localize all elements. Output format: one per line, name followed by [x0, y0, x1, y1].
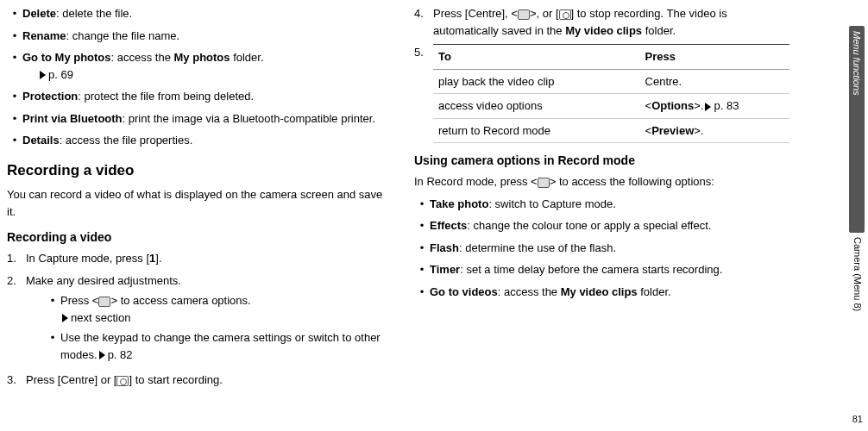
- pointer-icon: [40, 71, 46, 79]
- table-header-press: Press: [640, 45, 789, 70]
- paragraph: In Record mode, press <> to access the f…: [414, 173, 789, 191]
- actions-table: To Press play back the video clip Centre…: [433, 44, 789, 143]
- subheading-camera-options: Using camera options in Record mode: [414, 152, 789, 170]
- list-item: Go to videos: access the My video clips …: [414, 284, 789, 301]
- substeps-list: Press <> to access camera options.next s…: [26, 292, 388, 363]
- side-tab-bar: Menu functions: [849, 26, 865, 233]
- pointer-icon: [99, 351, 105, 359]
- list-item: Protection: protect the file from being …: [7, 88, 388, 105]
- left-column: Delete: delete the file. Rename: change …: [0, 0, 406, 431]
- subheading-recording-video: Recording a video: [7, 228, 388, 247]
- list-item: Delete: delete the file.: [7, 5, 388, 22]
- page-number: 81: [852, 412, 863, 427]
- steps-list: In Capture mode, press [1]. Make any des…: [7, 250, 388, 389]
- step-number: 5.: [414, 44, 433, 143]
- step-item: Make any desired adjustments. Press <> t…: [7, 272, 388, 367]
- softkey-icon: [538, 178, 550, 188]
- heading-recording-video: Recording a video: [7, 159, 388, 182]
- table-row: play back the video clip Centre.: [433, 69, 789, 94]
- table-header-to: To: [433, 45, 640, 70]
- list-item: Effects: change the colour tone or apply…: [414, 217, 789, 234]
- list-item: Timer: set a time delay before the camer…: [414, 261, 789, 278]
- side-tab-subtitle: Camera (Menu 8): [851, 237, 865, 311]
- softkey-icon: [98, 297, 110, 307]
- list-item: Flash: determine the use of the flash.: [414, 240, 789, 257]
- side-tab: Menu functions Camera (Menu 8): [846, 0, 868, 431]
- options-list-right: Take photo: switch to Capture mode. Effe…: [414, 196, 789, 301]
- paragraph: You can record a video of what is displa…: [7, 186, 388, 220]
- pointer-icon: [705, 103, 711, 111]
- step-5-table: 5. To Press play back the video clip Cen…: [414, 44, 789, 143]
- right-column: Press [Centre], <>, or [] to stop record…: [406, 0, 811, 431]
- step-item: In Capture mode, press [1].: [7, 250, 388, 267]
- table-header-row: To Press: [433, 45, 789, 70]
- step-item: Press [Centre] or [] to start recording.: [7, 372, 388, 389]
- options-list-left: Delete: delete the file. Rename: change …: [7, 5, 388, 149]
- camera-icon: [559, 9, 571, 20]
- camera-icon: [116, 376, 129, 386]
- list-item: Go to My photos: access the My photos fo…: [7, 49, 388, 83]
- table-row: access video options <Options>.p. 83: [433, 94, 789, 119]
- steps-list-continued: Press [Centre], <>, or [] to stop record…: [414, 5, 789, 39]
- softkey-icon: [518, 9, 530, 20]
- step-item: Press [Centre], <>, or [] to stop record…: [414, 5, 789, 39]
- list-item: Details: access the file properties.: [7, 132, 388, 149]
- list-item: Take photo: switch to Capture mode.: [414, 196, 789, 213]
- list-item: Print via Bluetooth: print the image via…: [7, 110, 388, 128]
- pointer-icon: [62, 314, 68, 322]
- list-item: Rename: change the file name.: [7, 28, 388, 45]
- table-row: return to Record mode <Preview>.: [433, 118, 789, 143]
- substep-item: Press <> to access camera options.next s…: [45, 292, 388, 326]
- substep-item: Use the keypad to change the camera sett…: [45, 329, 388, 363]
